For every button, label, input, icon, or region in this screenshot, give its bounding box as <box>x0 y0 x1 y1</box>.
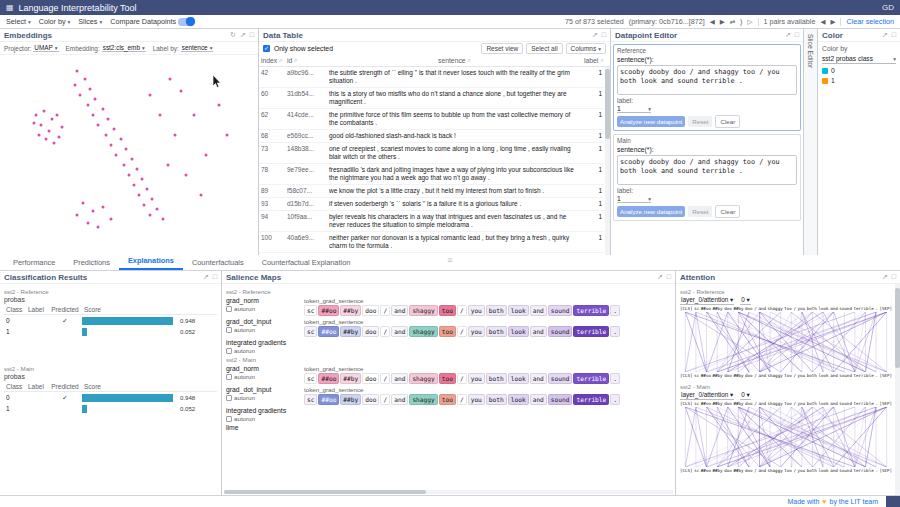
token-chip[interactable]: . <box>610 326 620 337</box>
token-chip[interactable]: ##by <box>340 394 361 405</box>
table-row[interactable]: 68e569cc...good old-fashioned slash-and-… <box>259 130 604 143</box>
maximize-icon[interactable]: □ <box>602 31 606 39</box>
token-chip[interactable]: sound <box>548 373 573 384</box>
autorun-checkbox[interactable]: autorun <box>226 326 300 333</box>
token-chip[interactable]: sound <box>548 305 573 316</box>
token-chip[interactable]: / <box>457 305 467 316</box>
table-row[interactable]: 93d15b7d...if steven soderbergh 's `` so… <box>259 198 604 211</box>
reset-button[interactable]: Reset <box>688 116 712 127</box>
embedding-point[interactable] <box>84 78 87 81</box>
autorun-checkbox[interactable]: autorun <box>226 415 300 422</box>
table-row[interactable]: 9410f9aa...byler reveals his characters … <box>259 211 604 232</box>
token-chip[interactable]: and <box>530 373 547 384</box>
embedding-point[interactable] <box>135 168 138 171</box>
token-chip[interactable]: you <box>468 326 485 337</box>
color-by-select[interactable]: sst2 probas class▾ <box>822 55 896 64</box>
tab-explanations[interactable]: Explanations <box>119 254 183 270</box>
refresh-icon[interactable]: ↻ <box>230 31 236 39</box>
compare-datapoints-toggle[interactable]: Compare Datapoints <box>110 17 194 26</box>
head-select[interactable]: 0 ▾ <box>740 296 751 305</box>
embedding-point[interactable] <box>174 134 177 137</box>
embedding-point[interactable] <box>112 128 115 131</box>
vertical-scrollbar[interactable] <box>605 67 610 255</box>
embedding-select[interactable]: sst2:cls_emb▾ <box>102 44 146 52</box>
only-show-selected-checkbox[interactable]: ✓ <box>263 45 270 52</box>
embedding-point[interactable] <box>97 124 100 127</box>
embedding-point[interactable] <box>91 210 94 213</box>
token-chip[interactable]: . <box>610 305 620 316</box>
color-by-menu[interactable]: Color by▾ <box>39 17 71 26</box>
embedding-point[interactable] <box>73 84 76 87</box>
token-chip[interactable]: sound <box>548 326 573 337</box>
token-chip[interactable]: and <box>391 305 408 316</box>
token-chip[interactable]: too <box>439 394 456 405</box>
label-select[interactable]: 1▾ <box>617 195 651 203</box>
table-row[interactable]: 73148b38...one of creepiest , scariest m… <box>259 143 604 164</box>
token-chip[interactable]: look <box>508 326 529 337</box>
embedding-point[interactable] <box>109 144 112 147</box>
token-chip[interactable]: and <box>391 394 408 405</box>
autorun-checkbox[interactable]: autorun <box>226 394 300 401</box>
embedding-point[interactable] <box>130 158 133 161</box>
embedding-point[interactable] <box>81 202 84 205</box>
sentence-input[interactable]: scooby dooby doo / and shaggy too / you … <box>617 155 797 185</box>
embedding-point[interactable] <box>42 110 45 113</box>
popout-icon[interactable]: ↗ <box>203 273 209 281</box>
table-row[interactable]: 42a9bc96...the subtle strength of `` ell… <box>259 67 604 88</box>
popout-icon[interactable]: ↗ <box>657 273 663 281</box>
tab-counterfactuals[interactable]: Counterfactuals <box>183 256 253 270</box>
embedding-point[interactable] <box>218 104 221 107</box>
embedding-point[interactable] <box>128 174 131 177</box>
table-row[interactable]: 62414cde...the primitive force of this f… <box>259 109 604 130</box>
embedding-point[interactable] <box>58 136 61 139</box>
token-chip[interactable]: and <box>530 305 547 316</box>
embedding-point[interactable] <box>89 88 92 91</box>
embedding-point[interactable] <box>40 124 43 127</box>
embedding-point[interactable] <box>53 142 56 145</box>
token-chip[interactable]: doo <box>362 326 379 337</box>
token-chip[interactable]: shaggy <box>409 305 437 316</box>
token-chip[interactable]: . <box>610 394 620 405</box>
next-datapoint-icon[interactable]: ▶ <box>720 18 725 26</box>
embedding-point[interactable] <box>169 78 172 81</box>
embedding-point[interactable] <box>184 174 187 177</box>
maximize-icon[interactable]: □ <box>213 273 217 281</box>
classification-row[interactable]: 0✓0.948 <box>4 315 217 326</box>
embedding-point[interactable] <box>158 114 161 117</box>
token-chip[interactable]: you <box>468 305 485 316</box>
select-menu[interactable]: Select▾ <box>6 17 31 26</box>
scrollbar-thumb[interactable] <box>224 490 426 494</box>
embedding-point[interactable] <box>102 108 105 111</box>
embedding-point[interactable] <box>192 114 195 117</box>
token-chip[interactable]: and <box>391 326 408 337</box>
embedding-point[interactable] <box>200 194 203 197</box>
token-chip[interactable]: and <box>391 373 408 384</box>
token-chip[interactable]: ##by <box>340 326 361 337</box>
clear-button[interactable]: Clear <box>715 115 740 128</box>
token-chip[interactable]: too <box>439 373 456 384</box>
embedding-point[interactable] <box>205 154 208 157</box>
token-chip[interactable]: too <box>439 326 456 337</box>
columns-button[interactable]: Columns▾ <box>566 43 606 54</box>
token-chip[interactable]: ##oo <box>318 305 339 316</box>
autorun-checkbox[interactable]: autorun <box>226 305 300 312</box>
embedding-point[interactable] <box>37 134 40 137</box>
reset-view-button[interactable]: Reset view <box>481 43 523 54</box>
popout-icon[interactable]: ↗ <box>785 31 791 39</box>
token-chip[interactable]: ##by <box>340 305 361 316</box>
analyze-new-datapoint-button[interactable]: Analyze new datapoint <box>617 116 685 127</box>
horizontal-scrollbar[interactable] <box>224 490 673 494</box>
classification-row[interactable]: 10.052 <box>4 403 217 414</box>
scrollbar-thumb[interactable] <box>605 69 610 139</box>
token-chip[interactable]: doo <box>362 373 379 384</box>
clear-button[interactable]: Clear <box>715 205 740 218</box>
column-header-id[interactable]: id⌕ <box>285 55 327 66</box>
token-chip[interactable]: terrible <box>573 373 609 384</box>
token-chip[interactable]: both <box>486 305 507 316</box>
tab-performance[interactable]: Performance <box>4 256 64 270</box>
classification-row[interactable]: 0✓0.948 <box>4 392 217 403</box>
table-row[interactable]: 10040a6e9...neither parker nor donovan i… <box>259 232 604 253</box>
embedding-point[interactable] <box>60 126 63 129</box>
reset-button[interactable]: Reset <box>688 206 712 217</box>
token-chip[interactable]: shaggy <box>409 373 437 384</box>
